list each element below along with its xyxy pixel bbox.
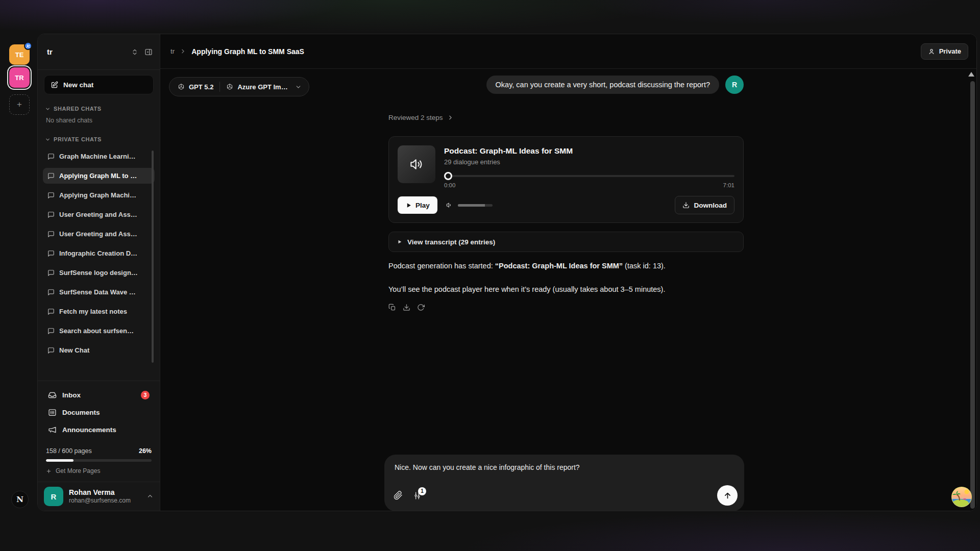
edit-icon [51, 81, 58, 89]
reviewed-steps-toggle[interactable]: Reviewed 2 steps [388, 114, 744, 121]
usage-section: 158 / 600 pages 26% Get More Pages [38, 441, 160, 482]
workspace-te[interactable]: TE [9, 44, 30, 65]
view-transcript-toggle[interactable]: View transcript (29 entries) [388, 232, 744, 252]
inbox-icon [48, 391, 57, 399]
private-chats-header[interactable]: PRIVATE CHATS [38, 136, 160, 142]
podcast-seek-track [444, 175, 734, 177]
get-more-pages-button[interactable]: Get More Pages [46, 467, 152, 474]
workspace-tr[interactable]: TR [9, 67, 30, 88]
chat-item-label: SurfSense Data Wave … [59, 288, 136, 296]
triangle-right-icon [397, 239, 402, 244]
sidebar-scrollbar[interactable] [152, 151, 154, 363]
status-bold: “Podcast: Graph-ML Ideas for SMM” [495, 262, 623, 270]
sidebar-item-inbox[interactable]: Inbox 3 [44, 386, 154, 404]
podcast-entries: 29 dialogue entries [444, 158, 734, 166]
private-label: Private [939, 47, 961, 55]
app-logo[interactable]: N [11, 491, 29, 508]
scroll-up-arrow[interactable] [968, 72, 974, 77]
app-logo-letter: N [16, 495, 23, 504]
chat-item[interactable]: Applying Graph Machi… [43, 187, 155, 203]
openai-icon [226, 83, 233, 90]
download-icon[interactable] [403, 304, 410, 311]
composer-input[interactable]: Nice. Now can you create a nice infograp… [395, 463, 734, 471]
shared-chats-label: SHARED CHATS [54, 106, 102, 112]
copy-icon[interactable] [388, 304, 396, 311]
tools-toggle[interactable]: 1 [413, 491, 422, 500]
chat-item[interactable]: New Chat [43, 342, 155, 358]
podcast-player-card: Podcast: Graph-ML Ideas for SMM 29 dialo… [388, 136, 744, 223]
chevrons-up-down-icon[interactable] [131, 48, 138, 56]
add-workspace-button[interactable]: + [9, 94, 30, 115]
message-square-icon [47, 269, 55, 277]
chat-item-label: User Greeting and Ass… [59, 230, 137, 238]
chat-item[interactable]: Graph Machine Learni… [43, 148, 155, 164]
download-button[interactable]: Download [675, 196, 735, 214]
chat-item[interactable]: Infographic Creation D… [43, 245, 155, 261]
volume-slider[interactable] [458, 204, 493, 207]
podcast-current-time: 0:00 [444, 182, 455, 188]
message-square-icon [47, 328, 55, 335]
message-square-icon [47, 192, 55, 199]
shared-chats-header[interactable]: SHARED CHATS [38, 106, 160, 112]
user-email: rohan@surfsense.com [69, 497, 141, 505]
podcast-artwork [398, 145, 435, 183]
chat-item[interactable]: SurfSense logo design… [43, 265, 155, 281]
sidebar: tr New chat [38, 34, 160, 511]
chat-item[interactable]: User Greeting and Ass… [43, 226, 155, 242]
new-chat-label: New chat [63, 81, 93, 89]
private-button[interactable]: Private [921, 43, 968, 60]
model-secondary[interactable]: Azure GPT Im… [220, 83, 293, 91]
message-square-icon [47, 250, 55, 257]
chat-item-label: SurfSense logo design… [59, 269, 138, 277]
play-button[interactable]: Play [398, 196, 437, 214]
new-chat-button[interactable]: New chat [44, 75, 154, 94]
play-icon [405, 202, 412, 209]
chat-item[interactable]: SurfSense Data Wave … [43, 284, 155, 300]
private-chats-label: PRIVATE CHATS [54, 136, 102, 142]
refresh-icon[interactable] [417, 304, 425, 311]
reviewed-steps-label: Reviewed 2 steps [388, 114, 443, 121]
chevron-up-icon [146, 493, 154, 500]
podcast-duration: 7:01 [723, 182, 734, 188]
model-primary[interactable]: GPT 5.2 [172, 83, 219, 91]
chat-item[interactable]: Search about surfsen… [43, 323, 155, 339]
chat-item-label: User Greeting and Ass… [59, 211, 137, 218]
message-square-icon [47, 308, 55, 315]
play-label: Play [415, 202, 430, 209]
user-avatar: R [44, 487, 63, 506]
topbar: tr Applying Graph ML to SMM SaaS Private [160, 34, 976, 69]
podcast-seek-knob[interactable] [444, 172, 452, 180]
download-icon [682, 202, 690, 209]
chat-item-selected[interactable]: Applying Graph ML to … [43, 168, 155, 184]
user-message-row: Okay, can you create a very short, podca… [388, 76, 744, 94]
workspace-name[interactable]: tr [47, 47, 125, 56]
sidebar-spacer [38, 358, 160, 381]
composer[interactable]: Nice. Now can you create a nice infograp… [384, 455, 744, 511]
message-square-icon [47, 231, 55, 238]
breadcrumb-root[interactable]: tr [170, 47, 175, 55]
chat-item-label: New Chat [59, 346, 89, 354]
chevron-down-icon [45, 137, 51, 142]
podcast-title: Podcast: Graph-ML Ideas for SMM [444, 146, 734, 156]
sidebar-item-announcements[interactable]: Announcements [44, 421, 154, 438]
sidebar-item-documents[interactable]: Documents [44, 404, 154, 421]
chevron-down-icon[interactable] [294, 84, 307, 90]
paperclip-icon[interactable] [394, 491, 403, 500]
sidebar-header: tr [38, 34, 160, 70]
podcast-seek-slider[interactable] [444, 172, 734, 180]
get-more-pages-label: Get More Pages [56, 467, 100, 474]
volume-icon[interactable] [445, 201, 453, 209]
send-button[interactable] [717, 485, 738, 506]
user-menu[interactable]: R Rohan Verma rohan@surfsense.com [38, 482, 160, 511]
main-scrollbar[interactable] [970, 81, 975, 509]
chat-item[interactable]: Fetch my latest notes [43, 304, 155, 319]
panel-left-icon[interactable] [144, 48, 153, 56]
island-sticker[interactable] [951, 486, 972, 508]
volume-fill [458, 204, 485, 207]
chat-item-label: Graph Machine Learni… [59, 153, 136, 160]
documents-label: Documents [62, 409, 100, 416]
download-label: Download [694, 202, 727, 209]
openai-icon [178, 83, 185, 90]
workspace-te-label: TE [15, 51, 24, 59]
chat-item[interactable]: User Greeting and Ass… [43, 207, 155, 222]
